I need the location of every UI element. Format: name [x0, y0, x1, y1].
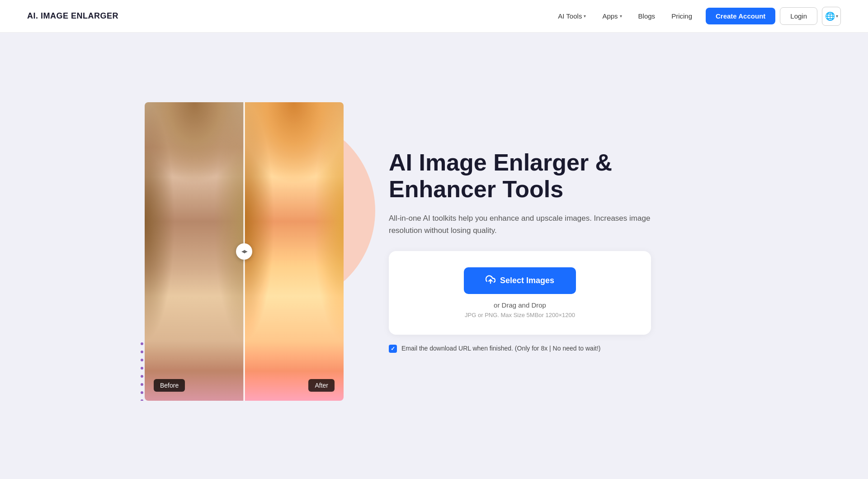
nav-blogs[interactable]: Blogs [632, 9, 662, 24]
nav-links: AI Tools ▾ Apps ▾ Blogs Pricing [552, 9, 698, 24]
navbar: AI. IMAGE ENLARGER AI Tools ▾ Apps ▾ Blo… [0, 0, 868, 33]
after-image [244, 102, 344, 401]
nav-ai-tools[interactable]: AI Tools ▾ [552, 9, 592, 24]
nav-apps[interactable]: Apps ▾ [596, 9, 628, 24]
after-label: After [308, 379, 335, 392]
login-button[interactable]: Login [780, 7, 817, 25]
chevron-down-icon: ▾ [836, 14, 838, 19]
image-comparison-wrapper: // drawn inline below [145, 102, 362, 401]
comparison-handle[interactable] [236, 243, 252, 260]
nav-actions: Create Account Login 🌐 ▾ [706, 7, 841, 26]
select-images-button[interactable]: Select Images [464, 267, 576, 294]
email-section: Email the download URL when finished. (O… [389, 344, 651, 353]
main-content: // drawn inline below [118, 33, 750, 479]
select-images-label: Select Images [500, 276, 554, 285]
file-hint-text: JPG or PNG. Max Size 5MBor 1200×1200 [405, 312, 635, 318]
upload-card: Select Images or Drag and Drop JPG or PN… [389, 251, 651, 335]
globe-icon: 🌐 [825, 11, 835, 21]
language-selector-button[interactable]: 🌐 ▾ [822, 7, 841, 26]
nav-apps-label: Apps [602, 12, 618, 20]
chevron-down-icon: ▾ [620, 14, 622, 19]
chevron-down-icon: ▾ [584, 14, 586, 19]
nav-pricing[interactable]: Pricing [665, 9, 698, 24]
brand-logo: AI. IMAGE ENLARGER [27, 11, 118, 21]
nav-blogs-label: Blogs [638, 12, 656, 20]
before-image [145, 102, 244, 401]
nav-ai-tools-label: AI Tools [558, 12, 582, 20]
before-label: Before [154, 379, 185, 392]
email-checkbox[interactable] [389, 345, 397, 353]
right-section: AI Image Enlarger & Enhancer Tools All-i… [389, 149, 651, 354]
email-section-text: Email the download URL when finished. (O… [401, 344, 600, 353]
drag-drop-text: or Drag and Drop [405, 301, 635, 309]
hero-subtitle: All-in-one AI toolkits help you enhance … [389, 212, 651, 237]
nav-pricing-label: Pricing [671, 12, 692, 20]
create-account-button[interactable]: Create Account [706, 8, 775, 24]
upload-icon [486, 275, 495, 287]
hero-title: AI Image Enlarger & Enhancer Tools [389, 149, 651, 204]
before-after-comparison: Before After [145, 102, 344, 401]
